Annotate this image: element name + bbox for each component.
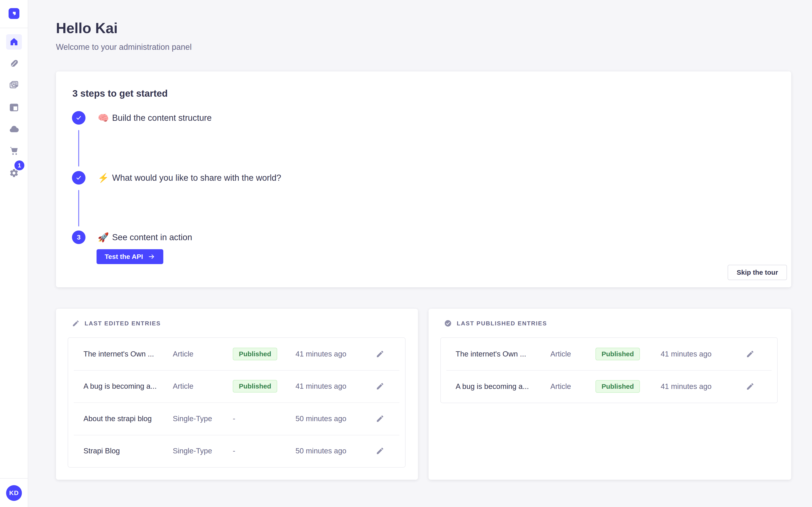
step-3-text: 🚀 See content in action [98, 232, 192, 243]
step-1-text: 🧠 Build the content structure [98, 113, 212, 123]
entry-type: Article [173, 350, 233, 358]
step-1-label: Build the content structure [112, 113, 212, 123]
pencil-icon [746, 350, 755, 358]
last-published-table: The internet's Own ... Article Published… [440, 337, 778, 403]
step-3-number-circle: 3 [72, 230, 86, 244]
entry-status: - [233, 447, 296, 455]
page-title: Hello Kai [56, 20, 118, 37]
onboarding-card: 3 steps to get started 🧠 Build the conte… [56, 71, 791, 287]
edit-entry-button[interactable] [375, 381, 386, 392]
pencil-icon [746, 382, 755, 391]
cart-icon [9, 146, 19, 156]
entry-type: Article [550, 382, 596, 391]
entry-title: A bug is becoming a... [456, 382, 550, 391]
entry-status: Published [233, 348, 296, 360]
onboarding-step-2: ⚡ What would you like to share with the … [72, 171, 281, 184]
entry-time: 41 minutes ago [296, 382, 375, 391]
strapi-logo-icon [11, 10, 17, 17]
sidebar-item-content-manager[interactable] [6, 100, 22, 115]
onboarding-step-1: 🧠 Build the content structure [72, 111, 212, 125]
entry-status: Published [596, 348, 661, 360]
last-edited-table: The internet's Own ... Article Published… [68, 337, 406, 467]
home-icon [9, 37, 19, 47]
last-published-header: LAST PUBLISHED ENTRIES [444, 320, 547, 327]
entry-type: Single-Type [173, 414, 233, 423]
onboarding-title: 3 steps to get started [72, 88, 167, 99]
step-2-text: ⚡ What would you like to share with the … [98, 173, 281, 183]
cloud-icon [9, 124, 19, 134]
last-edited-title: LAST EDITED ENTRIES [85, 320, 161, 327]
entry-title: A bug is becoming a... [84, 382, 173, 391]
edit-entry-button[interactable] [375, 446, 386, 456]
zap-emoji: ⚡ [98, 173, 109, 183]
edit-entry-button[interactable] [375, 349, 386, 359]
status-badge: Published [596, 348, 640, 360]
sidebar-item-content-type-builder[interactable] [6, 56, 22, 72]
pencil-icon [376, 414, 384, 423]
last-edited-header: LAST EDITED ENTRIES [72, 320, 161, 327]
sidebar: 1 KD [0, 0, 28, 507]
check-circle-icon [444, 320, 452, 327]
step-2-label: What would you like to share with the wo… [112, 173, 281, 183]
feather-icon [9, 59, 19, 69]
sidebar-item-deploy[interactable] [6, 121, 22, 137]
sidebar-item-home[interactable] [6, 34, 22, 50]
user-avatar[interactable]: KD [6, 485, 22, 501]
sidebar-divider-bottom [0, 478, 28, 478]
last-published-title: LAST PUBLISHED ENTRIES [457, 320, 547, 327]
test-api-button[interactable]: Test the API [97, 249, 163, 264]
entry-type: Article [550, 350, 596, 358]
pencil-icon [376, 447, 384, 455]
rocket-emoji: 🚀 [98, 232, 109, 243]
step-2-check-circle [72, 171, 86, 184]
test-api-label: Test the API [105, 253, 143, 261]
entry-time: 41 minutes ago [296, 350, 375, 358]
entry-type: Single-Type [173, 447, 233, 455]
step-1-check-circle [72, 111, 86, 125]
sidebar-item-media-library[interactable] [6, 77, 22, 93]
strapi-logo[interactable] [9, 8, 19, 19]
step-3-label: See content in action [112, 233, 192, 242]
table-row: A bug is becoming a... Article Published… [68, 370, 405, 403]
entry-title: The internet's Own ... [84, 350, 173, 358]
last-published-card: LAST PUBLISHED ENTRIES The internet's Ow… [428, 309, 791, 480]
last-edited-card: LAST EDITED ENTRIES The internet's Own .… [56, 309, 418, 480]
entry-time: 50 minutes ago [296, 447, 375, 455]
check-icon [75, 174, 82, 181]
step-connector-1 [78, 130, 79, 167]
page-subtitle: Welcome to your administration panel [56, 42, 192, 52]
pencil-icon [376, 350, 384, 358]
entry-type: Article [173, 382, 233, 391]
layout-icon [9, 103, 19, 112]
sidebar-divider-top [0, 28, 28, 28]
entry-time: 50 minutes ago [296, 414, 375, 423]
table-row: A bug is becoming a... Article Published… [441, 370, 777, 403]
arrow-right-icon [148, 253, 155, 260]
pencil-icon [72, 320, 80, 327]
check-icon [75, 114, 82, 121]
status-badge: Published [233, 348, 277, 360]
entry-time: 41 minutes ago [661, 382, 745, 391]
table-row: The internet's Own ... Article Published… [68, 338, 405, 370]
entry-status: Published [233, 380, 296, 393]
entry-time: 41 minutes ago [661, 350, 745, 358]
edit-entry-button[interactable] [745, 381, 756, 392]
brain-emoji: 🧠 [98, 113, 109, 123]
sidebar-item-marketplace[interactable] [6, 143, 22, 159]
entry-title: Strapi Blog [84, 447, 173, 455]
entry-status: Published [596, 380, 661, 393]
settings-notification-badge: 1 [14, 160, 24, 170]
entry-title: About the strapi blog [84, 414, 173, 423]
skip-tour-button[interactable]: Skip the tour [728, 265, 787, 280]
images-icon [9, 80, 19, 90]
step-connector-2 [78, 190, 79, 226]
table-row: The internet's Own ... Article Published… [441, 338, 777, 370]
table-row: Strapi Blog Single-Type - 50 minutes ago [68, 435, 405, 467]
edit-entry-button[interactable] [375, 413, 386, 424]
entry-title: The internet's Own ... [456, 350, 550, 358]
onboarding-step-3: 3 🚀 See content in action [72, 230, 192, 244]
status-badge: Published [596, 380, 640, 393]
table-row: About the strapi blog Single-Type - 50 m… [68, 402, 405, 435]
edit-entry-button[interactable] [745, 349, 756, 359]
entry-status: - [233, 414, 296, 423]
